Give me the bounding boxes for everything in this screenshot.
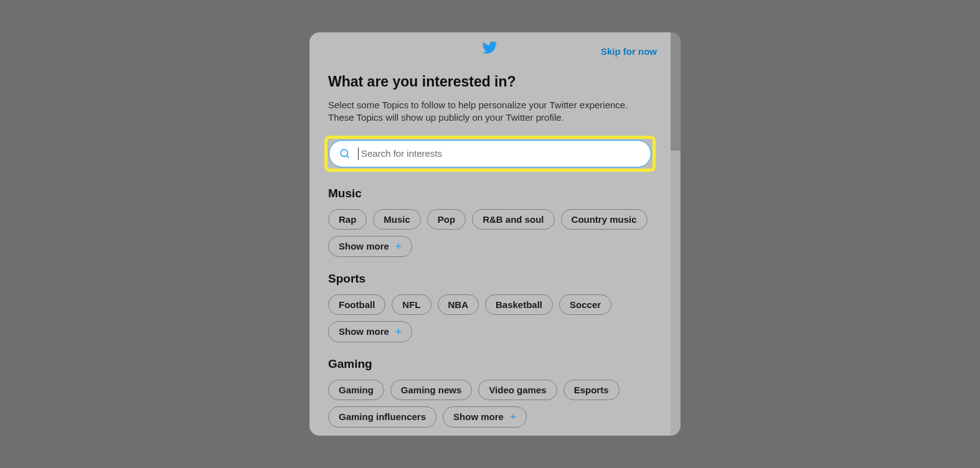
chip-basketball[interactable]: Basketball — [485, 294, 553, 315]
chip-music[interactable]: Music — [373, 209, 421, 230]
section-title-music: Music — [328, 187, 652, 200]
page-title: What are you interested in? — [328, 73, 652, 90]
show-more-label: Show more — [339, 326, 389, 337]
plus-icon: + — [395, 326, 402, 337]
svg-point-0 — [341, 149, 347, 156]
chips-gaming: Gaming Gaming news Video games Esports G… — [328, 380, 652, 428]
interests-modal: Skip for now What are you interested in?… — [309, 32, 681, 436]
section-gaming: Gaming Gaming Gaming news Video games Es… — [328, 357, 652, 428]
section-title-sports: Sports — [328, 272, 652, 286]
svg-line-1 — [347, 156, 349, 158]
modal-header: Skip for now — [309, 32, 671, 62]
modal-content: What are you interested in? Select some … — [309, 62, 671, 436]
chips-sports: Football NFL NBA Basketball Soccer Show … — [328, 294, 652, 342]
search-icon — [339, 148, 351, 159]
chip-pop[interactable]: Pop — [427, 209, 466, 230]
chip-esports[interactable]: Esports — [563, 380, 620, 400]
plus-icon: + — [510, 411, 517, 423]
chips-music: Rap Music Pop R&B and soul Country music… — [328, 209, 652, 257]
plus-icon: + — [395, 241, 402, 252]
search-input[interactable] — [361, 148, 641, 159]
twitter-bird-icon — [481, 40, 499, 55]
show-more-sports[interactable]: Show more + — [328, 321, 412, 342]
search-box[interactable] — [329, 140, 651, 167]
show-more-music[interactable]: Show more + — [328, 236, 412, 257]
show-more-label: Show more — [339, 241, 389, 251]
section-title-gaming: Gaming — [328, 357, 652, 371]
search-highlight-box — [324, 136, 656, 172]
chip-gaming-news[interactable]: Gaming news — [390, 380, 473, 400]
page-subtitle: Select some Topics to follow to help per… — [328, 99, 652, 124]
chip-football[interactable]: Football — [328, 294, 385, 315]
chip-gaming-influencers[interactable]: Gaming influencers — [328, 406, 436, 428]
chip-rnb-and-soul[interactable]: R&B and soul — [472, 209, 554, 230]
scrollbar-track[interactable] — [671, 32, 681, 436]
chip-country-music[interactable]: Country music — [561, 209, 648, 230]
section-sports: Sports Football NFL NBA Basketball Socce… — [328, 272, 652, 342]
scrollbar-thumb[interactable] — [671, 32, 681, 151]
section-music: Music Rap Music Pop R&B and soul Country… — [328, 187, 652, 257]
skip-for-now-link[interactable]: Skip for now — [601, 46, 657, 57]
text-cursor — [358, 147, 359, 160]
show-more-label: Show more — [453, 411, 504, 422]
chip-video-games[interactable]: Video games — [478, 380, 557, 400]
chip-rap[interactable]: Rap — [328, 209, 367, 230]
show-more-gaming[interactable]: Show more + — [443, 406, 527, 428]
chip-gaming[interactable]: Gaming — [328, 380, 384, 400]
chip-nba[interactable]: NBA — [438, 294, 479, 315]
modal-scroll-area[interactable]: Skip for now What are you interested in?… — [309, 32, 671, 436]
chip-nfl[interactable]: NFL — [392, 294, 431, 315]
chip-soccer[interactable]: Soccer — [559, 294, 611, 315]
